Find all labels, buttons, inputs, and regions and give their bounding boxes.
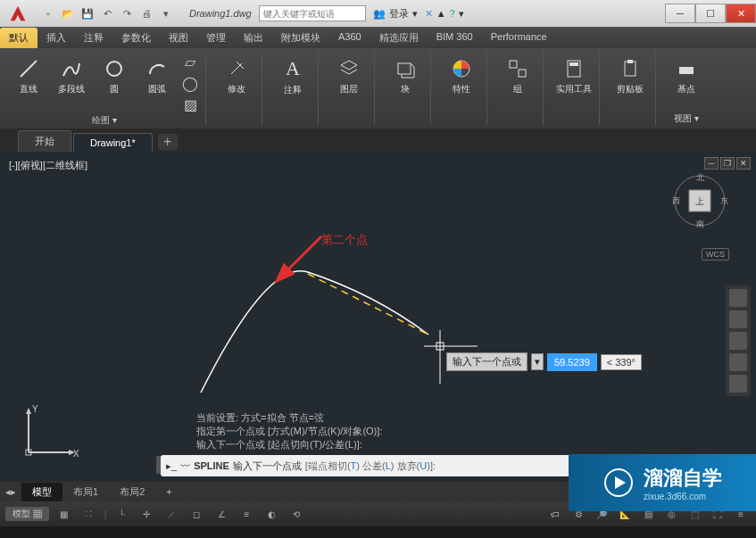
save-icon[interactable]: 💾 (79, 4, 96, 22)
cmdline-opts[interactable]: [端点相切(T) 公差(L) 放弃(U)]: (305, 459, 436, 473)
lineweight-icon[interactable]: ≡ (237, 505, 256, 523)
polar-icon[interactable]: ✛ (137, 505, 156, 523)
dyn-angle-field[interactable]: < 339° (601, 354, 642, 370)
app-logo[interactable] (0, 0, 36, 27)
ribbon-tabs: 默认 插入 注释 参数化 视图 管理 输出 附加模块 A360 精选应用 BIM… (0, 27, 756, 48)
search-box (259, 5, 366, 21)
panel-draw-title[interactable]: 绘图 ▾ (92, 114, 117, 127)
viewcube[interactable]: 上 北 南 东 西 (669, 170, 731, 232)
child-close[interactable]: ✕ (736, 157, 751, 170)
signin-icon[interactable]: 👥 (373, 8, 386, 20)
tab-default[interactable]: 默认 (0, 28, 37, 48)
exchange-icon[interactable]: ✕ (425, 8, 433, 20)
rectangle-icon[interactable]: ▱ (180, 52, 200, 71)
open-icon[interactable]: 📂 (59, 4, 77, 22)
minimize-button[interactable]: ─ (665, 4, 695, 23)
orbit-icon[interactable] (729, 353, 747, 371)
maximize-button[interactable]: ☐ (695, 4, 726, 23)
child-restore[interactable]: ❐ (720, 157, 735, 170)
dropdown-icon[interactable]: ▾ (157, 4, 175, 22)
tab-drawing1[interactable]: Drawing1* (73, 133, 153, 152)
signin-label[interactable]: 登录 (389, 7, 409, 21)
tab-manage[interactable]: 管理 (197, 28, 235, 48)
ellipse-icon[interactable]: ◯ (180, 73, 200, 93)
tab-add[interactable]: + (158, 134, 178, 150)
command-history: 当前设置: 方式=拟合 节点=弦 指定第一个点或 [方式(M)/节点(K)/对象… (196, 411, 382, 451)
cmdline-spline-icon: 〰 (180, 460, 190, 471)
help-icon[interactable]: ? (450, 8, 455, 19)
utilities-button[interactable]: 实用工具 (554, 52, 594, 102)
panel-view: 基点 视图 ▾ (661, 52, 711, 125)
redo-icon[interactable]: ↷ (118, 4, 136, 22)
wcs-badge[interactable]: WCS (702, 248, 729, 261)
tab-annotate[interactable]: 注释 (75, 28, 112, 48)
close-button[interactable]: ✕ (726, 4, 756, 23)
help-dropdown-icon[interactable]: ▾ (459, 8, 464, 20)
showmotion-icon[interactable] (729, 375, 747, 393)
tab-start[interactable]: 开始 (18, 130, 71, 152)
tab-parametric[interactable]: 参数化 (112, 28, 160, 48)
panel-properties: 特性 (436, 52, 487, 125)
tab-performance[interactable]: Performance (482, 28, 556, 48)
tab-bim360[interactable]: BIM 360 (428, 28, 482, 48)
svg-line-0 (21, 61, 37, 77)
tab-a360[interactable]: A360 (329, 28, 370, 48)
group-button[interactable]: 组 (498, 52, 537, 102)
new-icon[interactable]: ▫ (39, 4, 57, 22)
viewcube-top: 上 (695, 196, 704, 206)
dyn-distance-field[interactable]: 59.5239 (547, 353, 597, 371)
signin-dropdown-icon[interactable]: ▾ (412, 8, 418, 20)
grid-icon[interactable]: ▦ (54, 505, 74, 523)
tab-featured[interactable]: 精选应用 (370, 28, 428, 48)
snap-icon[interactable]: ⸬ (79, 505, 99, 523)
circle-button[interactable]: 圆 (95, 52, 134, 102)
cmdline-chevron-icon[interactable]: ▸_ (166, 460, 177, 472)
tab-layout1[interactable]: 布局1 (62, 483, 109, 501)
tab-output[interactable]: 输出 (235, 28, 272, 48)
tab-model[interactable]: 模型 (21, 483, 62, 501)
zoom-extents-icon[interactable] (729, 332, 747, 350)
layers-button[interactable]: 图层 (329, 52, 369, 102)
tab-addins[interactable]: 附加模块 (272, 28, 329, 48)
tab-insert[interactable]: 插入 (37, 28, 75, 48)
clipboard-button[interactable]: 剪贴板 (611, 52, 650, 102)
transparency-icon[interactable]: ◐ (262, 505, 281, 523)
child-minimize[interactable]: ─ (704, 157, 719, 170)
scroll-tabs-icon[interactable]: ◂▸ (0, 486, 21, 498)
status-space[interactable]: 模型 ▦ (5, 507, 49, 521)
otrack-icon[interactable]: ∠ (212, 505, 231, 523)
panel-utilities: 实用工具 (549, 52, 600, 125)
cycling-icon[interactable]: ⟲ (287, 505, 306, 523)
a360-icon[interactable]: ▲ (436, 8, 446, 19)
nav-bar (726, 286, 751, 396)
isodraft-icon[interactable]: ⟋ (162, 505, 181, 523)
pan-icon[interactable] (729, 310, 747, 328)
block-button[interactable]: 块 (386, 52, 425, 102)
svg-rect-8 (625, 62, 636, 76)
hatch-icon[interactable]: ▨ (180, 95, 200, 114)
tab-layout2[interactable]: 布局2 (109, 483, 155, 501)
properties-button[interactable]: 特性 (442, 52, 481, 102)
polyline-button[interactable]: 多段线 (52, 52, 91, 102)
text-button[interactable]: A注释 (273, 52, 312, 102)
ortho-icon[interactable]: └ (112, 505, 131, 523)
line-button[interactable]: 直线 (9, 52, 48, 102)
tab-layout-add[interactable]: + (155, 484, 182, 500)
svg-text:西: 西 (672, 196, 680, 205)
svg-rect-10 (679, 67, 694, 74)
basepoint-button[interactable]: 基点 (667, 52, 706, 102)
print-icon[interactable]: 🖨 (137, 4, 155, 22)
search-input[interactable] (259, 5, 366, 21)
arc-button[interactable]: 圆弧 (137, 52, 177, 102)
tab-view[interactable]: 视图 (160, 28, 197, 48)
drawing-canvas[interactable]: [-][俯视][二维线框] ─ ❐ ✕ 上 北 南 东 西 WCS (0, 152, 756, 482)
dyn-options-icon[interactable]: ▾ (531, 353, 544, 370)
titlebar: ▫ 📂 💾 ↶ ↷ 🖨 ▾ Drawing1.dwg 👥 登录 ▾ ✕ ▲ ? … (0, 0, 756, 27)
modify-button[interactable]: 修改 (217, 52, 256, 102)
annoscale-icon[interactable]: 🏷 (545, 505, 565, 523)
osnap-icon[interactable]: ◻ (187, 505, 206, 523)
full-nav-wheel-icon[interactable] (729, 289, 747, 307)
undo-icon[interactable]: ↶ (98, 4, 116, 22)
svg-text:北: 北 (696, 173, 704, 182)
panel-view-title[interactable]: 视图 ▾ (674, 112, 699, 125)
